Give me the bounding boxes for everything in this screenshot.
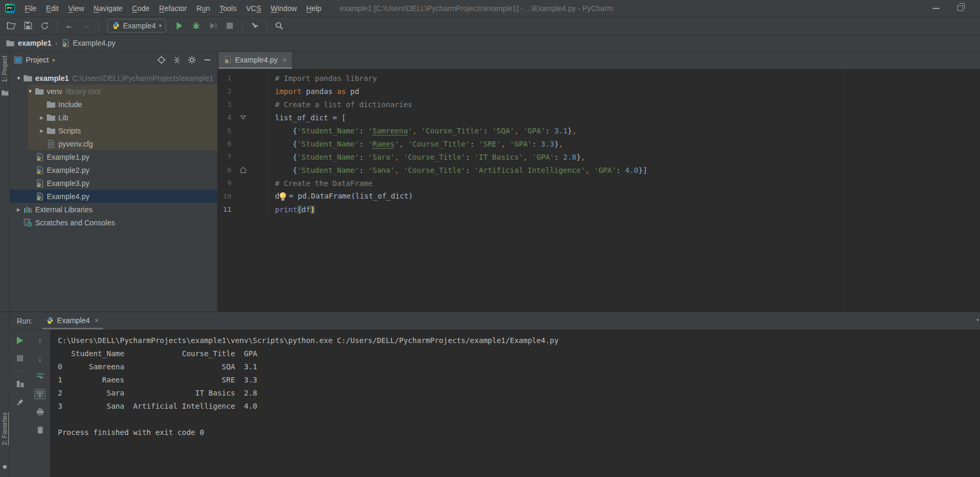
tree-item-example3-py[interactable]: Example3.py bbox=[10, 177, 217, 190]
editor-gutter[interactable]: 5 bbox=[218, 124, 268, 137]
down-stack-trace-icon[interactable]: ↓ bbox=[34, 353, 46, 364]
gear-icon[interactable] bbox=[186, 54, 198, 66]
menu-item-window[interactable]: Window bbox=[266, 4, 302, 13]
search-everywhere-icon[interactable] bbox=[272, 19, 286, 32]
run-with-coverage-icon[interactable] bbox=[206, 19, 220, 32]
tree-item-pyvenv-cfg[interactable]: pyvenv.cfg bbox=[10, 137, 217, 150]
code-line-1[interactable]: 1# Import pandas library bbox=[218, 71, 980, 85]
editor-gutter[interactable]: 11 bbox=[218, 203, 268, 216]
menu-item-tools[interactable]: Tools bbox=[215, 4, 241, 13]
menu-item-navigate[interactable]: Navigate bbox=[89, 4, 127, 13]
editor-gutter[interactable]: 9 bbox=[218, 177, 268, 190]
hide-run-panel-icon[interactable]: ▾ bbox=[976, 317, 979, 323]
debug-button[interactable] bbox=[189, 19, 203, 32]
editor-gutter[interactable]: 7 bbox=[218, 150, 268, 163]
tree-item-lib[interactable]: ▶Lib bbox=[10, 111, 217, 124]
up-stack-trace-icon[interactable]: ↑ bbox=[34, 335, 46, 346]
code-line-6[interactable]: 6 {'Student_Name': 'Raees', 'Course_Titl… bbox=[218, 137, 980, 150]
stop-process-button[interactable] bbox=[14, 353, 26, 364]
sync-refresh-icon[interactable] bbox=[38, 19, 52, 32]
editor-gutter[interactable]: 1 bbox=[218, 71, 268, 85]
tree-expand-arrow-icon[interactable]: ▼ bbox=[26, 89, 35, 94]
back-icon[interactable]: ← bbox=[63, 19, 76, 32]
hide-panel-icon[interactable] bbox=[201, 54, 213, 66]
locate-file-icon[interactable] bbox=[156, 54, 167, 66]
code-line-10[interactable]: 10d= pd.DataFrame(list_of_dict) bbox=[218, 190, 980, 203]
folder-icon bbox=[23, 75, 33, 81]
tree-item-example4-py[interactable]: Example4.py bbox=[10, 190, 217, 203]
menu-item-vcs[interactable]: VCS bbox=[241, 4, 266, 13]
run-configuration-select[interactable]: Example4 ▾ bbox=[107, 19, 166, 33]
tree-expand-arrow-icon[interactable]: ▶ bbox=[37, 128, 46, 133]
save-all-icon[interactable] bbox=[21, 19, 35, 32]
restore-window-icon[interactable] bbox=[957, 5, 963, 11]
tree-expand-arrow-icon[interactable]: ▶ bbox=[14, 207, 23, 212]
tree-item-venv[interactable]: ▼venvlibrary root bbox=[10, 85, 217, 98]
editor-gutter[interactable]: 8 bbox=[218, 163, 268, 177]
wrench-settings-icon[interactable] bbox=[248, 19, 261, 32]
minimize-icon[interactable] bbox=[933, 8, 940, 9]
menu-item-run[interactable]: Run bbox=[192, 4, 215, 13]
code-line-2[interactable]: 2import pandas as pd bbox=[218, 85, 980, 98]
code-line-5[interactable]: 5 {'Student_Name': 'Samreena', 'Course_T… bbox=[218, 124, 980, 137]
editor-gutter[interactable]: 10 bbox=[218, 190, 268, 203]
run-panel-header: Run: Example4 × ▾ bbox=[10, 312, 980, 330]
tree-item-sublabel: library root bbox=[66, 87, 101, 96]
editor-gutter[interactable]: 2 bbox=[218, 85, 268, 98]
chevron-down-icon[interactable]: ▾ bbox=[53, 57, 55, 63]
pin-tab-icon[interactable] bbox=[14, 397, 26, 407]
menu-item-refactor[interactable]: Refactor bbox=[155, 4, 192, 13]
forward-icon[interactable]: → bbox=[79, 19, 93, 32]
clear-console-trash-icon[interactable] bbox=[34, 424, 46, 435]
restore-layout-icon[interactable] bbox=[14, 379, 26, 389]
tree-item-scratches-and-consoles[interactable]: Scratches and Consoles bbox=[10, 216, 217, 229]
tree-item-example1[interactable]: ▼example1C:\Users\DELL\PycharmProjects\e… bbox=[10, 71, 217, 85]
console-output[interactable]: C:\Users\DELL\PycharmProjects\example1\v… bbox=[50, 330, 980, 477]
tree-expand-arrow-icon[interactable]: ▶ bbox=[37, 115, 46, 120]
tree-item-external-libraries[interactable]: ▶External Libraries bbox=[10, 203, 217, 216]
breadcrumb: example1 › Example4.py bbox=[0, 35, 980, 51]
code-line-8[interactable]: 8 {'Student_Name': 'Sana', 'Course_Title… bbox=[218, 163, 980, 177]
left-tool-window-bar-bottom: 2: Favorites ★ bbox=[0, 312, 10, 477]
fold-region-icon[interactable] bbox=[231, 115, 254, 120]
run-button[interactable] bbox=[172, 19, 186, 32]
editor-tab-example4[interactable]: Example4.py × bbox=[219, 52, 292, 69]
tool-window-tab-project[interactable]: 1: Project bbox=[1, 56, 8, 82]
menu-item-view[interactable]: View bbox=[64, 4, 89, 13]
intention-lightbulb-icon[interactable] bbox=[280, 192, 287, 201]
menu-item-code[interactable]: Code bbox=[127, 4, 154, 13]
open-folder-icon[interactable] bbox=[4, 19, 18, 32]
breadcrumb-project[interactable]: example1 bbox=[18, 39, 52, 47]
menu-item-file[interactable]: File bbox=[20, 4, 42, 13]
tool-window-tab-favorites[interactable]: 2: Favorites bbox=[1, 412, 8, 445]
editor-gutter[interactable]: 3 bbox=[218, 98, 268, 111]
code-area[interactable]: 1# Import pandas library2import pandas a… bbox=[218, 69, 980, 312]
code-line-9[interactable]: 9# Create the DataFrame bbox=[218, 177, 980, 190]
stop-button[interactable] bbox=[223, 19, 237, 32]
soft-wrap-icon[interactable] bbox=[34, 371, 46, 381]
tree-item-example2-py[interactable]: Example2.py bbox=[10, 163, 217, 177]
tree-expand-arrow-icon[interactable]: ▼ bbox=[14, 76, 23, 81]
collapse-all-icon[interactable] bbox=[171, 54, 182, 66]
rerun-button[interactable] bbox=[14, 335, 26, 346]
breadcrumb-file[interactable]: Example4.py bbox=[73, 39, 116, 47]
project-panel-title[interactable]: Project bbox=[26, 56, 49, 64]
code-line-7[interactable]: 7 {'Student_Name': 'Sara', 'Course_Title… bbox=[218, 150, 980, 163]
editor-gutter[interactable]: 4 bbox=[218, 111, 268, 124]
menu-item-edit[interactable]: Edit bbox=[42, 4, 64, 13]
close-tab-icon[interactable]: × bbox=[282, 56, 287, 64]
code-line-4[interactable]: 4list_of_dict = [ bbox=[218, 111, 980, 124]
scroll-to-end-icon[interactable] bbox=[34, 389, 46, 399]
tree-item-scripts[interactable]: ▶Scripts bbox=[10, 124, 217, 137]
run-tab-example4[interactable]: Example4 × bbox=[42, 313, 103, 329]
menu-item-help[interactable]: Help bbox=[302, 4, 326, 13]
tree-item-include[interactable]: Include bbox=[10, 98, 217, 111]
bookmark-pentagon-icon[interactable] bbox=[231, 167, 254, 173]
code-line-11[interactable]: 11print(df) bbox=[218, 203, 980, 216]
title-bar: PC FileEditViewNavigateCodeRefactorRunTo… bbox=[0, 0, 980, 17]
editor-gutter[interactable]: 6 bbox=[218, 137, 268, 150]
print-icon[interactable] bbox=[34, 407, 46, 417]
code-line-3[interactable]: 3# Create a list of dictionaries bbox=[218, 98, 980, 111]
close-tab-icon[interactable]: × bbox=[95, 316, 99, 325]
tree-item-example1-py[interactable]: Example1.py bbox=[10, 150, 217, 163]
